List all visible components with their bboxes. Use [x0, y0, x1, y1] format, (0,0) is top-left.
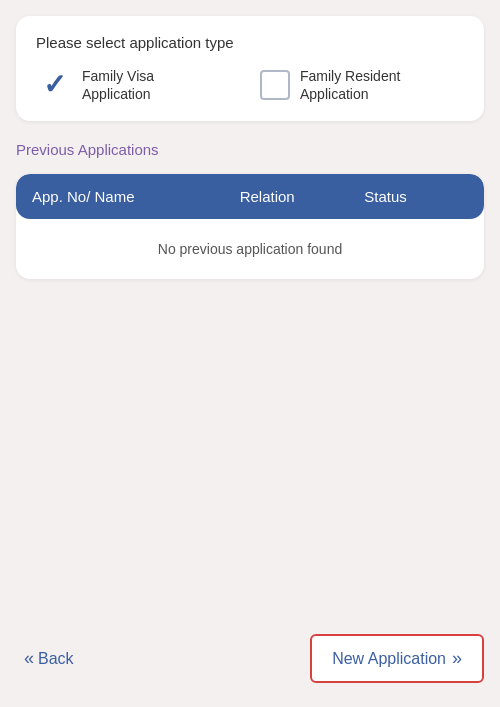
family-visa-label: Family VisaApplication [82, 67, 154, 103]
col-header-relation: Relation [240, 188, 365, 205]
checked-checkbox: ✓ [36, 67, 72, 103]
unchecked-checkbox [260, 70, 290, 100]
table-empty-message: No previous application found [16, 219, 484, 279]
bottom-nav: « Back New Application » [16, 630, 484, 687]
back-label: Back [38, 650, 74, 668]
back-chevron-icon: « [24, 648, 34, 669]
checkmark-icon: ✓ [43, 71, 66, 99]
previous-applications-title: Previous Applications [16, 141, 484, 158]
new-application-button[interactable]: New Application » [310, 634, 484, 683]
back-button[interactable]: « Back [16, 636, 82, 681]
app-type-card: Please select application type ✓ Family … [16, 16, 484, 121]
col-header-app-no: App. No/ Name [32, 188, 240, 205]
family-visa-option[interactable]: ✓ Family VisaApplication [36, 67, 240, 103]
family-resident-option[interactable]: Family ResidentApplication [260, 67, 464, 103]
app-type-title: Please select application type [36, 34, 464, 51]
col-header-status: Status [364, 188, 468, 205]
family-resident-label: Family ResidentApplication [300, 67, 400, 103]
app-type-options: ✓ Family VisaApplication Family Resident… [36, 67, 464, 103]
page-container: Please select application type ✓ Family … [0, 0, 500, 707]
previous-applications-table: App. No/ Name Relation Status No previou… [16, 174, 484, 279]
spacer [16, 295, 484, 614]
new-application-label: New Application [332, 650, 446, 668]
forward-chevron-icon: » [452, 648, 462, 669]
table-header: App. No/ Name Relation Status [16, 174, 484, 219]
